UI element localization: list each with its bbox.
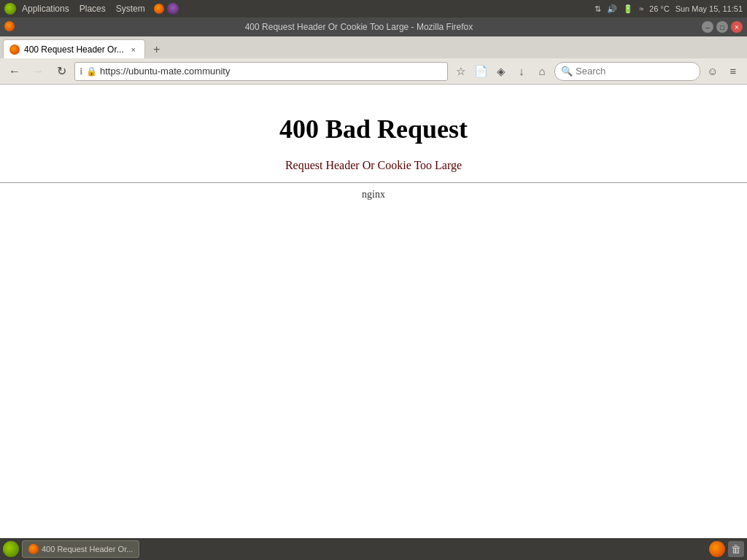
applications-menu[interactable]: Applications: [18, 0, 74, 18]
error-title: 400 Bad Request: [279, 114, 468, 144]
firefox-titlebar: 400 Request Header Or Cookie Too Large -…: [0, 18, 747, 36]
forward-icon: →: [32, 65, 44, 78]
new-tab-button[interactable]: +: [148, 41, 166, 58]
tab-close-button[interactable]: ×: [128, 44, 139, 55]
url-display[interactable]: https://ubuntu-mate.community: [100, 66, 443, 77]
taskbar-right: 🗑: [709, 541, 744, 557]
datetime-display: Sun May 15, 11:51: [676, 4, 743, 13]
system-menu[interactable]: System: [112, 0, 150, 18]
wifi-icon: ≈: [639, 4, 643, 13]
back-icon: ←: [9, 65, 20, 78]
tab-favicon: [9, 44, 20, 55]
active-tab[interactable]: 400 Request Header Or... ×: [3, 39, 145, 58]
system-bar: Applications Places System ⇅ 🔊 🔋 ≈ 26 °C…: [0, 0, 747, 18]
toolbar-far-right: ☺ ≡: [703, 62, 743, 81]
tab-bar: 400 Request Header Or... × +: [0, 36, 747, 58]
reload-icon: ↻: [57, 64, 66, 78]
error-divider: [0, 182, 747, 183]
maximize-button[interactable]: □: [716, 21, 728, 33]
bookmark-button[interactable]: ☆: [451, 62, 470, 81]
system-bar-left: Applications Places System: [4, 0, 179, 18]
taskbar-firefox-label: 400 Request Header Or...: [42, 545, 133, 553]
hamburger-icon: ≡: [730, 65, 737, 77]
search-input[interactable]: [576, 66, 678, 77]
mate-logo-icon: [4, 3, 16, 15]
close-button[interactable]: ×: [731, 21, 743, 33]
download-icon: ↓: [519, 65, 525, 77]
firefox-window-icon: [4, 21, 16, 33]
minimize-button[interactable]: –: [702, 21, 713, 33]
search-bar[interactable]: 🔍: [554, 62, 700, 81]
network-icon: ⇅: [595, 4, 601, 14]
taskbar-ubuntu-icon: [3, 541, 19, 557]
sync-button[interactable]: ☺: [703, 62, 722, 81]
reader-view-button[interactable]: 📄: [471, 62, 490, 81]
places-menu[interactable]: Places: [75, 0, 110, 18]
taskbar-firefox-item[interactable]: 400 Request Header Or...: [22, 540, 139, 558]
back-button[interactable]: ←: [4, 61, 25, 82]
reload-button[interactable]: ↻: [51, 61, 71, 82]
window-controls: – □ ×: [702, 21, 743, 33]
search-magnifier-icon: 🔍: [561, 66, 573, 77]
system-bar-right: ⇅ 🔊 🔋 ≈ 26 °C Sun May 15, 11:51: [595, 4, 743, 14]
pocket-icon: ◈: [497, 65, 506, 78]
page-content: 400 Bad Request Request Header Or Cookie…: [0, 85, 747, 538]
security-info-icon[interactable]: ℹ: [80, 66, 83, 77]
tab-label: 400 Request Header Or...: [24, 44, 124, 55]
taskbar-firefox-app-icon: [709, 541, 725, 557]
error-subtitle: Request Header Or Cookie Too Large: [285, 159, 462, 172]
forward-button[interactable]: →: [28, 61, 48, 82]
home-icon: ⌂: [538, 65, 545, 77]
tor-browser-icon[interactable]: [167, 3, 179, 15]
menu-button[interactable]: ≡: [724, 62, 743, 81]
lock-icon: 🔒: [86, 66, 97, 77]
battery-icon: 🔋: [623, 4, 633, 14]
sync-icon: ☺: [707, 65, 718, 77]
taskbar-trash-icon: 🗑: [728, 541, 744, 557]
taskbar: 400 Request Header Or... 🗑: [0, 538, 747, 560]
reader-icon: 📄: [474, 65, 488, 78]
home-button[interactable]: ⌂: [533, 62, 551, 81]
temperature-display: 26 °C: [649, 4, 670, 13]
nav-bar: ← → ↻ ℹ 🔒 https://ubuntu-mate.community …: [0, 58, 747, 85]
window-title: 400 Request Header Or Cookie Too Large -…: [20, 22, 697, 32]
bookmark-icon: ☆: [456, 65, 465, 78]
url-bar[interactable]: ℹ 🔒 https://ubuntu-mate.community: [74, 62, 448, 81]
server-name: nginx: [362, 189, 385, 201]
volume-icon: 🔊: [607, 4, 617, 14]
download-button[interactable]: ↓: [512, 62, 531, 81]
toolbar-right-icons: ☆ 📄 ◈ ↓ ⌂: [451, 62, 551, 81]
taskbar-firefox-icon: [28, 544, 39, 554]
firefox-launcher-icon[interactable]: [154, 4, 164, 14]
pocket-button[interactable]: ◈: [492, 62, 511, 81]
